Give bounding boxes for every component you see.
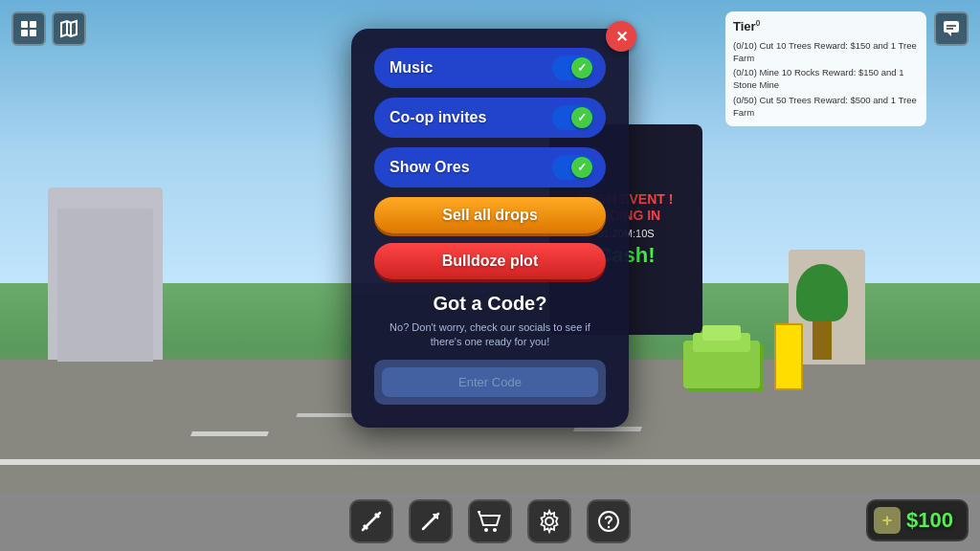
shop-icon bbox=[478, 509, 502, 534]
svg-point-16 bbox=[546, 518, 553, 525]
coop-toggle-row[interactable]: Co-op invites bbox=[374, 98, 606, 138]
svg-point-18 bbox=[608, 526, 610, 528]
map-button[interactable] bbox=[52, 11, 86, 46]
tier-title: Tier0 bbox=[733, 17, 919, 36]
help-button[interactable] bbox=[587, 499, 631, 543]
settings-icon bbox=[537, 509, 562, 534]
svg-rect-2 bbox=[21, 30, 28, 36]
code-section: Got a Code? No? Don't worry, check our s… bbox=[374, 293, 606, 405]
settings-modal: ✕ Music Co-op invites Show Ores Sell all… bbox=[351, 29, 629, 428]
money-pile bbox=[683, 341, 760, 388]
inventory-button[interactable] bbox=[11, 11, 46, 46]
currency-display: + $100 bbox=[866, 499, 969, 541]
show-ores-toggle[interactable] bbox=[552, 155, 594, 180]
show-ores-toggle-row[interactable]: Show Ores bbox=[374, 147, 606, 187]
map-icon bbox=[59, 19, 78, 38]
help-icon bbox=[596, 509, 621, 534]
chat-icon bbox=[942, 19, 961, 38]
svg-marker-4 bbox=[61, 21, 77, 36]
music-toggle-knob bbox=[571, 57, 592, 78]
settings-button[interactable] bbox=[527, 499, 571, 543]
svg-rect-3 bbox=[30, 30, 36, 36]
code-title: Got a Code? bbox=[374, 293, 606, 315]
code-description: No? Don't worry, check our socials to se… bbox=[374, 320, 606, 350]
yellow-barrier bbox=[774, 323, 803, 390]
pickaxe-button[interactable] bbox=[349, 499, 393, 543]
tree-top bbox=[796, 264, 848, 321]
music-toggle[interactable] bbox=[552, 55, 594, 80]
svg-point-14 bbox=[493, 528, 497, 532]
code-input-container bbox=[374, 360, 606, 405]
tier-item-1: (0/10) Cut 10 Trees Reward: $150 and 1 T… bbox=[733, 39, 919, 65]
music-label: Music bbox=[390, 59, 433, 77]
tier-item-2: (0/10) Mine 10 Rocks Reward: $150 and 1 … bbox=[733, 66, 919, 92]
currency-amount: $100 bbox=[906, 508, 953, 533]
bottom-nav bbox=[0, 492, 980, 551]
axe-icon bbox=[418, 509, 443, 534]
coop-label: Co-op invites bbox=[390, 109, 486, 126]
music-toggle-row[interactable]: Music bbox=[374, 48, 606, 88]
svg-point-13 bbox=[484, 528, 488, 532]
svg-rect-1 bbox=[30, 21, 36, 28]
show-ores-toggle-knob bbox=[571, 157, 592, 178]
tier-item-3: (0/50) Cut 50 Trees Reward: $500 and 1 T… bbox=[733, 94, 919, 120]
close-button[interactable]: ✕ bbox=[606, 21, 636, 52]
inventory-icon bbox=[19, 19, 38, 38]
top-left-icons bbox=[11, 11, 86, 46]
svg-marker-8 bbox=[947, 33, 951, 36]
pickaxe-icon bbox=[359, 509, 384, 534]
coop-toggle-knob bbox=[571, 107, 592, 128]
bulldoze-button[interactable]: Bulldoze plot bbox=[374, 243, 606, 279]
svg-rect-7 bbox=[944, 21, 959, 33]
chat-button[interactable] bbox=[934, 11, 969, 46]
svg-rect-0 bbox=[21, 21, 28, 28]
building-left-back bbox=[57, 209, 153, 362]
code-input[interactable] bbox=[382, 367, 598, 397]
show-ores-label: Show Ores bbox=[390, 159, 470, 176]
coop-toggle[interactable] bbox=[552, 105, 594, 130]
sell-all-button[interactable]: Sell all drops bbox=[374, 197, 606, 233]
tier-panel: Tier0 (0/10) Cut 10 Trees Reward: $150 a… bbox=[725, 11, 926, 126]
axe-button[interactable] bbox=[409, 499, 453, 543]
currency-plus-button[interactable]: + bbox=[874, 507, 901, 534]
shop-button[interactable] bbox=[468, 499, 512, 543]
